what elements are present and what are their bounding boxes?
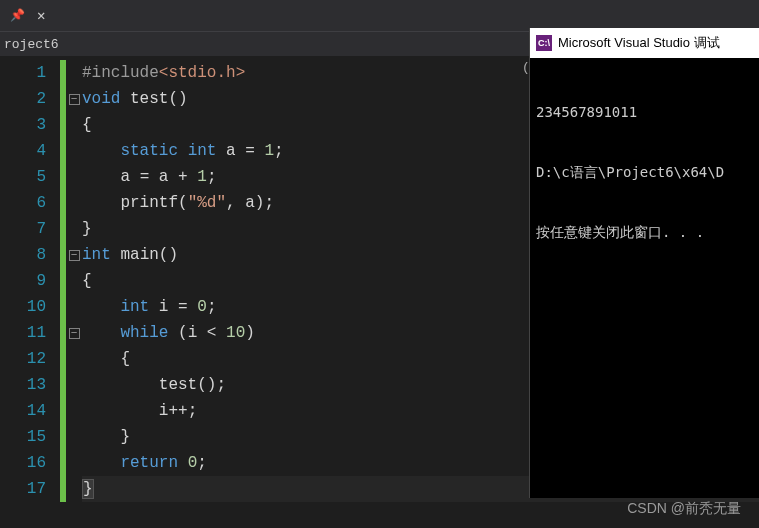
pin-icon[interactable]: 📌 <box>4 8 31 23</box>
console-titlebar[interactable]: C:\ Microsoft Visual Studio 调试 <box>530 28 759 58</box>
fold-toggle[interactable]: − <box>66 320 82 346</box>
console-title-text: Microsoft Visual Studio 调试 <box>558 34 720 52</box>
console-output[interactable]: 234567891011 D:\c语言\Project6\x64\D 按任意键关… <box>530 58 759 286</box>
fold-toggle[interactable]: − <box>66 86 82 112</box>
close-icon[interactable]: ✕ <box>31 7 51 24</box>
scope-dropdown[interactable]: roject6 <box>0 37 59 52</box>
watermark: CSDN @前秃无量 <box>627 500 741 518</box>
debug-console-window: C:\ Microsoft Visual Studio 调试 234567891… <box>529 28 759 498</box>
line-number-gutter: 1 2 3 4 5 6 7 8 9 10 11 12 13 14 15 16 1… <box>0 56 60 528</box>
vs-icon: C:\ <box>536 35 552 51</box>
fold-gutter: − − − <box>66 56 82 528</box>
fold-toggle[interactable]: − <box>66 242 82 268</box>
